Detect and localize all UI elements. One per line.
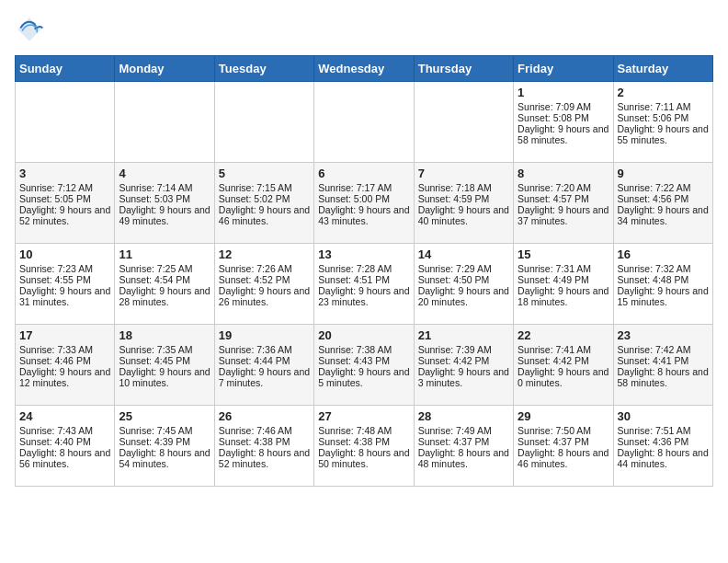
sunset-text: Sunset: 4:42 PM xyxy=(518,355,589,366)
col-header-sunday: Sunday xyxy=(16,56,115,82)
daylight-text: Daylight: 9 hours and 3 minutes. xyxy=(418,366,509,388)
sunrise-text: Sunrise: 7:49 AM xyxy=(418,425,492,436)
calendar-cell: 1Sunrise: 7:09 AMSunset: 5:08 PMDaylight… xyxy=(514,82,613,163)
sunset-text: Sunset: 5:00 PM xyxy=(318,193,390,204)
logo-icon xyxy=(15,15,44,44)
sunset-text: Sunset: 4:41 PM xyxy=(618,355,689,366)
sunset-text: Sunset: 4:46 PM xyxy=(19,355,91,366)
day-number: 30 xyxy=(618,409,709,423)
daylight-text: Daylight: 9 hours and 52 minutes. xyxy=(19,204,110,226)
daylight-text: Daylight: 9 hours and 26 minutes. xyxy=(219,285,310,307)
sunrise-text: Sunrise: 7:41 AM xyxy=(518,344,591,355)
daylight-text: Daylight: 9 hours and 0 minutes. xyxy=(518,366,609,388)
sunset-text: Sunset: 5:02 PM xyxy=(219,193,290,204)
sunset-text: Sunset: 4:42 PM xyxy=(418,355,490,366)
day-number: 4 xyxy=(119,167,210,180)
calendar-cell: 14Sunrise: 7:29 AMSunset: 4:50 PMDayligh… xyxy=(414,244,513,325)
day-number: 12 xyxy=(219,247,310,261)
calendar-cell: 24Sunrise: 7:43 AMSunset: 4:40 PMDayligh… xyxy=(16,406,115,487)
col-header-saturday: Saturday xyxy=(613,56,712,82)
calendar-cell: 9Sunrise: 7:22 AMSunset: 4:56 PMDaylight… xyxy=(613,163,712,244)
sunrise-text: Sunrise: 7:11 AM xyxy=(618,101,691,112)
day-number: 24 xyxy=(19,409,110,423)
calendar-cell: 15Sunrise: 7:31 AMSunset: 4:49 PMDayligh… xyxy=(514,244,613,325)
sunrise-text: Sunrise: 7:50 AM xyxy=(518,425,591,436)
calendar-week-row: 24Sunrise: 7:43 AMSunset: 4:40 PMDayligh… xyxy=(16,406,713,487)
calendar-cell: 21Sunrise: 7:39 AMSunset: 4:42 PMDayligh… xyxy=(414,325,513,406)
calendar-cell: 8Sunrise: 7:20 AMSunset: 4:57 PMDaylight… xyxy=(514,163,613,244)
sunset-text: Sunset: 4:36 PM xyxy=(618,436,689,447)
sunset-text: Sunset: 4:43 PM xyxy=(318,355,390,366)
sunset-text: Sunset: 4:59 PM xyxy=(418,193,490,204)
page-header xyxy=(15,15,713,44)
logo xyxy=(15,15,48,44)
sunset-text: Sunset: 4:51 PM xyxy=(318,274,390,285)
daylight-text: Daylight: 9 hours and 40 minutes. xyxy=(418,204,509,226)
sunrise-text: Sunrise: 7:48 AM xyxy=(318,425,392,436)
day-number: 23 xyxy=(618,328,709,342)
daylight-text: Daylight: 9 hours and 31 minutes. xyxy=(19,285,110,307)
calendar-cell: 22Sunrise: 7:41 AMSunset: 4:42 PMDayligh… xyxy=(514,325,613,406)
daylight-text: Daylight: 8 hours and 50 minutes. xyxy=(318,447,409,469)
day-number: 21 xyxy=(418,328,509,342)
calendar-cell: 16Sunrise: 7:32 AMSunset: 4:48 PMDayligh… xyxy=(613,244,712,325)
calendar-week-row: 1Sunrise: 7:09 AMSunset: 5:08 PMDaylight… xyxy=(16,82,713,163)
calendar-cell: 29Sunrise: 7:50 AMSunset: 4:37 PMDayligh… xyxy=(514,406,613,487)
sunset-text: Sunset: 5:06 PM xyxy=(618,112,689,123)
daylight-text: Daylight: 9 hours and 49 minutes. xyxy=(119,204,210,226)
daylight-text: Daylight: 9 hours and 58 minutes. xyxy=(518,123,609,145)
daylight-text: Daylight: 8 hours and 56 minutes. xyxy=(19,447,110,469)
daylight-text: Daylight: 8 hours and 44 minutes. xyxy=(618,447,709,469)
sunrise-text: Sunrise: 7:46 AM xyxy=(219,425,292,436)
day-number: 13 xyxy=(318,247,409,261)
calendar-cell: 20Sunrise: 7:38 AMSunset: 4:43 PMDayligh… xyxy=(314,325,414,406)
calendar-cell: 18Sunrise: 7:35 AMSunset: 4:45 PMDayligh… xyxy=(115,325,214,406)
sunset-text: Sunset: 4:49 PM xyxy=(518,274,589,285)
calendar-cell: 25Sunrise: 7:45 AMSunset: 4:39 PMDayligh… xyxy=(115,406,214,487)
calendar-cell: 28Sunrise: 7:49 AMSunset: 4:37 PMDayligh… xyxy=(414,406,513,487)
calendar-cell: 27Sunrise: 7:48 AMSunset: 4:38 PMDayligh… xyxy=(314,406,414,487)
day-number: 11 xyxy=(119,247,210,261)
day-number: 20 xyxy=(318,328,409,342)
day-number: 3 xyxy=(19,167,110,180)
calendar-cell xyxy=(414,82,513,163)
calendar-cell xyxy=(16,82,115,163)
sunrise-text: Sunrise: 7:22 AM xyxy=(618,182,691,193)
sunset-text: Sunset: 4:56 PM xyxy=(618,193,689,204)
day-number: 15 xyxy=(518,247,609,261)
sunrise-text: Sunrise: 7:17 AM xyxy=(318,182,392,193)
daylight-text: Daylight: 9 hours and 15 minutes. xyxy=(618,285,709,307)
daylight-text: Daylight: 9 hours and 43 minutes. xyxy=(318,204,409,226)
daylight-text: Daylight: 9 hours and 18 minutes. xyxy=(518,285,609,307)
sunrise-text: Sunrise: 7:45 AM xyxy=(119,425,192,436)
calendar-cell: 7Sunrise: 7:18 AMSunset: 4:59 PMDaylight… xyxy=(414,163,513,244)
sunset-text: Sunset: 4:44 PM xyxy=(219,355,290,366)
col-header-friday: Friday xyxy=(514,56,613,82)
daylight-text: Daylight: 8 hours and 48 minutes. xyxy=(418,447,509,469)
sunset-text: Sunset: 4:55 PM xyxy=(19,274,91,285)
daylight-text: Daylight: 9 hours and 23 minutes. xyxy=(318,285,409,307)
sunset-text: Sunset: 5:05 PM xyxy=(19,193,91,204)
day-number: 25 xyxy=(119,409,210,423)
calendar-week-row: 10Sunrise: 7:23 AMSunset: 4:55 PMDayligh… xyxy=(16,244,713,325)
day-number: 26 xyxy=(219,409,310,423)
calendar-cell: 13Sunrise: 7:28 AMSunset: 4:51 PMDayligh… xyxy=(314,244,414,325)
sunrise-text: Sunrise: 7:29 AM xyxy=(418,263,492,274)
daylight-text: Daylight: 9 hours and 46 minutes. xyxy=(219,204,310,226)
sunrise-text: Sunrise: 7:43 AM xyxy=(19,425,93,436)
day-number: 16 xyxy=(618,247,709,261)
day-number: 27 xyxy=(318,409,409,423)
calendar-cell: 12Sunrise: 7:26 AMSunset: 4:52 PMDayligh… xyxy=(214,244,313,325)
daylight-text: Daylight: 9 hours and 37 minutes. xyxy=(518,204,609,226)
sunset-text: Sunset: 4:48 PM xyxy=(618,274,689,285)
daylight-text: Daylight: 9 hours and 55 minutes. xyxy=(618,123,709,145)
sunrise-text: Sunrise: 7:20 AM xyxy=(518,182,591,193)
day-number: 22 xyxy=(518,328,609,342)
calendar-table: SundayMondayTuesdayWednesdayThursdayFrid… xyxy=(15,55,713,487)
calendar-cell: 23Sunrise: 7:42 AMSunset: 4:41 PMDayligh… xyxy=(613,325,712,406)
sunrise-text: Sunrise: 7:51 AM xyxy=(618,425,691,436)
daylight-text: Daylight: 9 hours and 28 minutes. xyxy=(119,285,210,307)
day-number: 17 xyxy=(19,328,110,342)
col-header-wednesday: Wednesday xyxy=(314,56,414,82)
day-number: 18 xyxy=(119,328,210,342)
